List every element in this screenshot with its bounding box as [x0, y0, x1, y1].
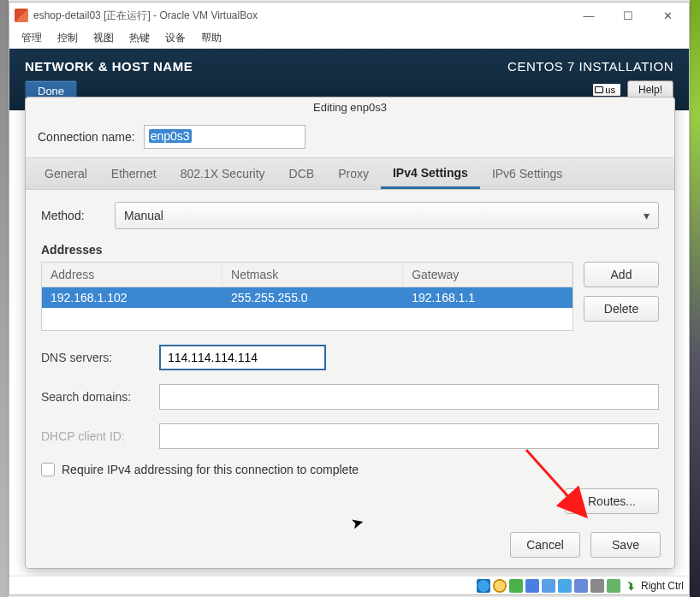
addresses-table[interactable]: Address Netmask Gateway 192.168.1.102 25… — [41, 262, 573, 331]
dhcp-client-id-label: DHCP client ID: — [41, 429, 151, 443]
window-minimize-button[interactable]: — — [569, 3, 608, 28]
window-maximize-button[interactable]: ☐ — [608, 3, 648, 28]
statusbar-harddisk-icon[interactable] — [477, 579, 490, 593]
delete-button[interactable]: Delete — [584, 296, 659, 322]
cancel-button[interactable]: Cancel — [510, 532, 580, 558]
ipv4-pane: Method: Manual ▾ Addresses Address Netma… — [26, 190, 674, 523]
tab-proxy[interactable]: Proxy — [326, 160, 381, 187]
statusbar-optical-icon[interactable] — [493, 579, 507, 593]
statusbar-camera-icon[interactable] — [607, 579, 620, 593]
tab-8021x[interactable]: 802.1X Security — [169, 160, 277, 187]
address-row[interactable]: 192.168.1.102 255.255.255.0 192.168.1.1 — [42, 287, 572, 308]
cell-address: 192.168.1.102 — [42, 287, 222, 308]
virtualbox-window: eshop-detail03 [正在运行] - Oracle VM Virtua… — [9, 2, 690, 595]
virtualbox-menubar: 管理 控制 视图 热键 设备 帮助 — [9, 28, 689, 49]
tab-dcb[interactable]: DCB — [277, 160, 327, 187]
menu-view[interactable]: 视图 — [88, 29, 119, 47]
col-netmask: Netmask — [222, 263, 403, 287]
save-button[interactable]: Save — [590, 532, 661, 558]
add-button[interactable]: Add — [584, 262, 659, 287]
addresses-header: Address Netmask Gateway — [42, 263, 572, 287]
virtualbox-statusbar: ⮯ Right Ctrl — [9, 576, 689, 594]
hostkey-label: Right Ctrl — [641, 580, 684, 592]
menu-hotkeys[interactable]: 热键 — [124, 29, 155, 47]
routes-button[interactable]: Routes... — [565, 488, 659, 514]
connection-name-label: Connection name: — [38, 130, 135, 144]
dialog-title: Editing enp0s3 — [26, 98, 674, 118]
virtualbox-icon — [15, 9, 28, 22]
connection-editor-dialog: Editing enp0s3 Connection name: enp0s3 G… — [25, 97, 675, 569]
method-value: Manual — [124, 209, 163, 222]
statusbar-record-icon[interactable] — [590, 579, 604, 593]
menu-manage[interactable]: 管理 — [16, 29, 47, 47]
search-domains-label: Search domains: — [41, 390, 151, 404]
method-select[interactable]: Manual ▾ — [115, 202, 659, 229]
statusbar-shared-icon[interactable] — [558, 579, 572, 593]
keyboard-indicator[interactable]: us — [593, 84, 620, 96]
addresses-title: Addresses — [41, 243, 659, 257]
menu-devices[interactable]: 设备 — [160, 29, 191, 47]
require-ipv4-checkbox[interactable] — [41, 463, 55, 476]
statusbar-audio-icon[interactable] — [509, 579, 523, 593]
desktop-right-edge — [690, 0, 700, 597]
dialog-tabs: General Ethernet 802.1X Security DCB Pro… — [26, 157, 674, 190]
cell-netmask: 255.255.255.0 — [222, 287, 403, 308]
statusbar-network-icon[interactable] — [525, 579, 539, 593]
installation-title: CENTOS 7 INSTALLATION — [507, 59, 673, 74]
chevron-down-icon: ▾ — [644, 209, 650, 222]
statusbar-usb-icon[interactable] — [542, 579, 555, 593]
dns-servers-input[interactable] — [159, 345, 326, 370]
require-ipv4-label: Require IPv4 addressing for this connect… — [62, 463, 359, 476]
spoke-title: NETWORK & HOST NAME — [25, 59, 507, 74]
tab-general[interactable]: General — [33, 160, 99, 187]
method-label: Method: — [41, 209, 103, 222]
search-domains-input[interactable] — [159, 384, 659, 410]
dns-servers-label: DNS servers: — [41, 351, 151, 364]
address-empty-row[interactable] — [42, 308, 572, 330]
hostkey-arrow-icon: ⮯ — [626, 580, 637, 592]
col-address: Address — [42, 263, 222, 287]
tab-ipv6[interactable]: IPv6 Settings — [480, 160, 575, 187]
dhcp-client-id-input[interactable] — [159, 423, 659, 449]
cell-gateway: 192.168.1.1 — [403, 287, 572, 308]
tab-ethernet[interactable]: Ethernet — [99, 160, 169, 187]
anaconda-installer: NETWORK & HOST NAME Done CENTOS 7 INSTAL… — [9, 49, 689, 576]
window-close-button[interactable]: ✕ — [648, 3, 687, 28]
statusbar-display-icon[interactable] — [574, 579, 588, 593]
virtualbox-window-title: eshop-detail03 [正在运行] - Oracle VM Virtua… — [33, 9, 569, 23]
menu-control[interactable]: 控制 — [52, 29, 83, 47]
col-gateway: Gateway — [403, 263, 572, 287]
tab-ipv4[interactable]: IPv4 Settings — [381, 159, 480, 189]
desktop-left-edge — [0, 0, 9, 597]
virtualbox-titlebar[interactable]: eshop-detail03 [正在运行] - Oracle VM Virtua… — [9, 3, 689, 28]
menu-help[interactable]: 帮助 — [196, 29, 227, 47]
connection-name-input[interactable] — [144, 125, 306, 149]
